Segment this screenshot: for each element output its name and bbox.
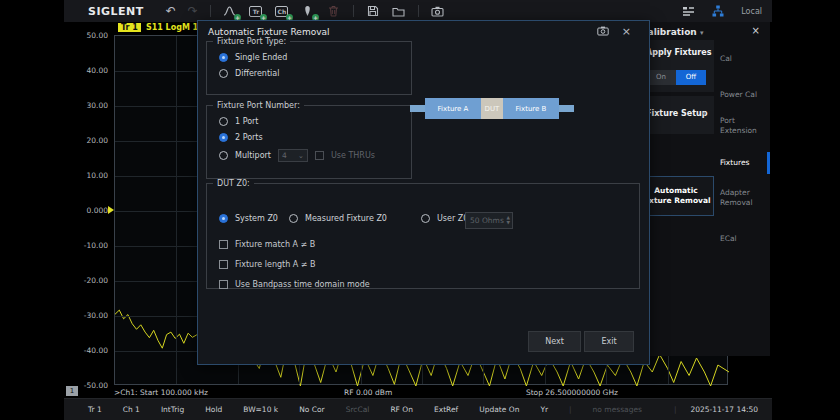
reference-level-marker[interactable]	[108, 206, 114, 214]
radio-label: 2 Ports	[235, 133, 263, 142]
toolbar-divider	[353, 5, 354, 17]
y-axis-tick: -10.00	[64, 241, 108, 250]
user-z0-spinner: 50 Ohms ▲▼	[465, 212, 513, 229]
checkbox-label: Fixture match A ≠ B	[235, 240, 315, 249]
toggle-off[interactable]: Off	[676, 70, 706, 85]
status-datetime: 2025-11-17 14:50	[690, 405, 758, 414]
calibration-menu: Cal Power Cal Port Extension Fixtures Ad…	[718, 22, 771, 356]
chevron-down-icon: ▾	[702, 110, 706, 118]
layout-icon[interactable]	[681, 4, 695, 18]
screenshot-icon[interactable]	[431, 4, 445, 18]
radio-1-port[interactable]: 1 Port	[219, 117, 411, 126]
y-axis-tick: 40.00	[64, 66, 108, 75]
toolbar-divider	[210, 5, 211, 17]
multiport-count-value: 4	[282, 151, 287, 160]
fixture-port-number-legend: Fixture Port Number:	[213, 101, 304, 110]
exit-button[interactable]: Exit	[584, 331, 634, 352]
menu-item-port-extension[interactable]: Port Extension	[718, 116, 771, 136]
status-message: no messages	[593, 405, 642, 414]
add-marker-icon[interactable]: +	[301, 4, 315, 18]
radio-label: Multiport	[235, 151, 271, 160]
menu-item-power-cal[interactable]: Power Cal	[718, 90, 771, 100]
toggle-on[interactable]: On	[646, 70, 676, 85]
fixture-a-block: Fixture A	[425, 98, 481, 119]
status-trigger[interactable]: IntTrig	[161, 405, 184, 414]
fixture-port-type-group: Fixture Port Type: Single Ended Differen…	[206, 37, 412, 95]
stop-frequency-label: Stop 26.500000000 GHz	[504, 388, 618, 397]
radio-user-z0[interactable]: User Z0	[421, 214, 468, 223]
status-yr[interactable]: Yr	[540, 405, 548, 414]
status-extref[interactable]: ExtRef	[434, 405, 458, 414]
checkbox-icon	[219, 260, 228, 269]
radio-single-ended[interactable]: Single Ended	[219, 53, 411, 62]
radio-icon	[219, 117, 228, 126]
apply-fixtures-toggle[interactable]: On Off	[646, 70, 706, 85]
status-bar: Tr 1 Ch 1 IntTrig Hold BW=10 k No Cor Sr…	[64, 398, 772, 420]
dut-block: DUT	[481, 98, 503, 119]
menu-item-adapter-removal[interactable]: Adapter Removal	[718, 188, 771, 208]
status-rf[interactable]: RF On	[390, 405, 413, 414]
checkbox-label: Use Bandpass time domain mode	[235, 280, 370, 289]
radio-system-z0[interactable]: System Z0	[219, 214, 278, 223]
radio-2-ports[interactable]: 2 Ports	[219, 133, 411, 142]
dialog-close-icon[interactable]: ×	[622, 25, 631, 38]
save-icon[interactable]	[366, 4, 380, 18]
y-axis-tick: -40.00	[64, 346, 108, 355]
radio-label: User Z0	[437, 214, 468, 223]
status-channel[interactable]: Ch 1	[123, 405, 140, 414]
radio-measured-fixture-z0[interactable]: Measured Fixture Z0	[289, 214, 387, 223]
add-trace-curve-icon[interactable]: +	[223, 4, 237, 18]
radio-icon	[219, 214, 228, 223]
radio-icon	[219, 53, 228, 62]
trace-badge[interactable]: Tr 1	[118, 23, 141, 32]
y-axis-tick: 30.00	[64, 101, 108, 110]
radio-icon	[219, 69, 228, 78]
dut-z0-group: DUT Z0: System Z0 Measured Fixture Z0 Us…	[206, 179, 640, 289]
radio-icon	[421, 214, 430, 223]
bandpass-checkbox-row[interactable]: Use Bandpass time domain mode	[219, 280, 370, 289]
menu-item-fixtures[interactable]: Fixtures	[718, 158, 771, 168]
status-correction[interactable]: No Cor	[299, 405, 325, 414]
fixture-match-checkbox-row[interactable]: Fixture match A ≠ B	[219, 240, 315, 249]
checkbox-icon	[219, 280, 228, 289]
y-axis-tick: 0.000	[64, 206, 108, 215]
open-file-icon[interactable]	[392, 4, 406, 18]
fixture-length-checkbox-row[interactable]: Fixture length A ≠ B	[219, 260, 316, 269]
y-axis-tick: 10.00	[64, 171, 108, 180]
radio-label: Differential	[235, 69, 279, 78]
app-window: SIGLENT ↶ ↷ + Tr + Ch + +	[64, 0, 772, 420]
radio-differential[interactable]: Differential	[219, 69, 411, 78]
automatic-fixture-removal-dialog: Automatic Fixture Removal × Fixture Port…	[197, 20, 650, 365]
status-trace[interactable]: Tr 1	[88, 405, 102, 414]
top-toolbar: SIGLENT ↶ ↷ + Tr + Ch + +	[64, 0, 772, 22]
use-thrus-checkbox	[315, 151, 324, 160]
next-button[interactable]: Next	[528, 331, 581, 352]
lan-network-icon[interactable]	[711, 4, 725, 18]
multiport-count-dropdown: 4 ⌄	[278, 149, 308, 162]
menu-item-ecal[interactable]: ECal	[718, 234, 771, 244]
add-channel-icon[interactable]: Ch +	[275, 4, 289, 18]
connection-status[interactable]: Local	[741, 7, 762, 16]
rf-power-label: RF 0.00 dBm	[344, 388, 392, 397]
status-hold[interactable]: Hold	[205, 405, 222, 414]
undo-icon[interactable]: ↶	[166, 5, 176, 17]
dialog-screenshot-icon[interactable]	[597, 26, 609, 36]
status-divider: |	[569, 405, 572, 414]
fixture-port-type-legend: Fixture Port Type:	[213, 37, 290, 46]
fixture-diagram: Fixture A DUT Fixture B	[410, 98, 574, 119]
radio-multiport[interactable]: Multiport 4 ⌄ Use THRUs	[219, 149, 411, 162]
menu-item-cal[interactable]: Cal	[718, 54, 771, 64]
y-axis-tick: 50.00	[64, 31, 108, 40]
radio-label: Single Ended	[235, 53, 287, 62]
radio-icon	[219, 133, 228, 142]
spinner-arrows-icon: ▲▼	[507, 216, 512, 225]
dut-z0-legend: DUT Z0:	[213, 179, 254, 188]
status-bandwidth[interactable]: BW=10 k	[243, 405, 278, 414]
sidebar-title[interactable]: Calibration ▾	[641, 27, 703, 37]
checkbox-label: Fixture length A ≠ B	[235, 260, 316, 269]
add-trace-icon[interactable]: Tr +	[249, 4, 263, 18]
fixture-b-block: Fixture B	[503, 98, 559, 119]
use-thrus-label: Use THRUs	[331, 151, 375, 160]
status-update[interactable]: Update On	[479, 405, 519, 414]
calibration-sidebar: Calibration ▾ × Apply Fixtures On Off Fi…	[633, 22, 770, 356]
